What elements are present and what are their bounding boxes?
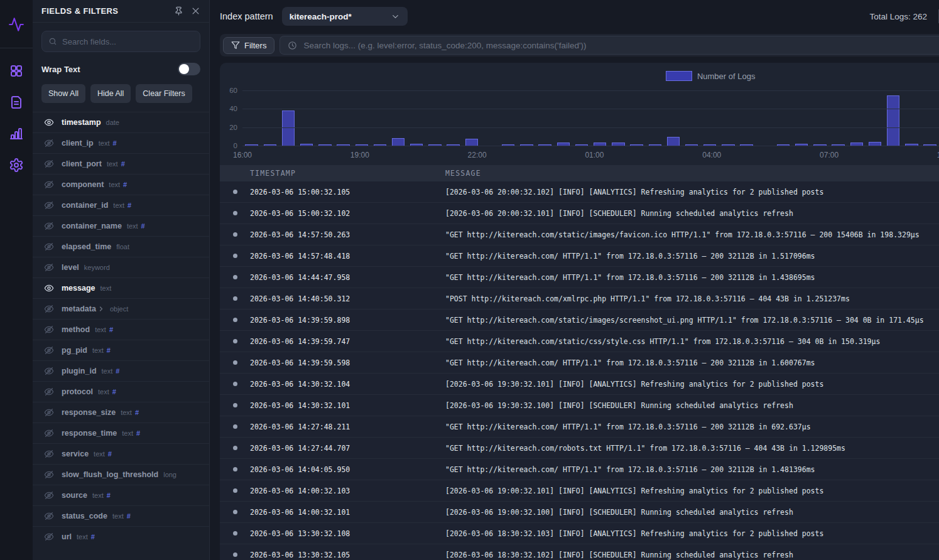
row-timestamp: 2026-03-06 14:39:59.898 bbox=[250, 316, 445, 325]
table-row[interactable]: 2026-03-06 14:44:47.958 "GET http://kite… bbox=[220, 267, 939, 288]
table-row[interactable]: 2026-03-06 13:30:32.105 [2026-03-06 18:3… bbox=[220, 544, 939, 560]
legend-item[interactable]: Number of Logs bbox=[666, 71, 756, 81]
field-hash-badge: # bbox=[109, 326, 113, 333]
eye-off-icon[interactable] bbox=[44, 449, 54, 459]
eye-off-icon[interactable] bbox=[44, 345, 54, 355]
field-name: slow_flush_log_threshold bbox=[62, 470, 158, 479]
table-row[interactable]: 2026-03-06 14:04:05.950 "GET http://kite… bbox=[220, 459, 939, 480]
timestamp-column-header: TIMESTAMP bbox=[250, 169, 445, 178]
table-row[interactable]: 2026-03-06 14:00:32.101 [2026-03-06 19:0… bbox=[220, 502, 939, 523]
eye-off-icon[interactable] bbox=[44, 490, 54, 500]
field-row[interactable]: metadata object # bbox=[33, 298, 209, 319]
eye-off-icon[interactable] bbox=[44, 221, 54, 231]
field-row[interactable]: plugin_id text # bbox=[33, 360, 209, 381]
wrap-text-toggle[interactable] bbox=[178, 63, 200, 75]
hide-all-button[interactable]: Hide All bbox=[90, 84, 131, 103]
table-row[interactable]: 2026-03-06 13:30:32.108 [2026-03-06 18:3… bbox=[220, 523, 939, 544]
field-row[interactable]: status_code text # bbox=[33, 505, 209, 526]
eye-off-icon[interactable] bbox=[44, 511, 54, 521]
filters-button[interactable]: Filters bbox=[223, 37, 274, 54]
chevron-right-icon[interactable] bbox=[97, 305, 105, 313]
field-row[interactable]: level keyword # bbox=[33, 257, 209, 277]
row-timestamp: 2026-03-06 14:57:48.418 bbox=[250, 252, 445, 261]
eye-off-icon[interactable] bbox=[44, 428, 54, 438]
table-row[interactable]: 2026-03-06 14:27:44.707 "GET http://kite… bbox=[220, 438, 939, 459]
field-row[interactable]: elapsed_time float # bbox=[33, 236, 209, 257]
eye-icon[interactable] bbox=[44, 283, 54, 293]
table-row[interactable]: 2026-03-06 14:39:59.747 "GET http://kite… bbox=[220, 331, 939, 352]
table-row[interactable]: 2026-03-06 15:00:32.105 [2026-03-06 20:0… bbox=[220, 181, 939, 203]
x-axis-tick: 04:00 bbox=[702, 151, 721, 159]
nav-dashboard-grid-icon[interactable] bbox=[9, 63, 24, 78]
field-name: status_code bbox=[62, 512, 107, 520]
field-row[interactable]: container_name text # bbox=[33, 215, 209, 236]
row-bullet-icon bbox=[233, 318, 237, 322]
eye-off-icon[interactable] bbox=[44, 325, 54, 335]
eye-off-icon[interactable] bbox=[44, 262, 54, 272]
field-row[interactable]: method text # bbox=[33, 319, 209, 340]
histogram-bar bbox=[667, 137, 680, 146]
nav-settings-gear-icon[interactable] bbox=[9, 158, 24, 173]
field-row[interactable]: response_size text # bbox=[33, 402, 209, 423]
field-row[interactable]: slow_flush_log_threshold long # bbox=[33, 464, 209, 485]
row-bullet-icon bbox=[233, 254, 237, 258]
eye-icon[interactable] bbox=[44, 117, 54, 127]
eye-off-icon[interactable] bbox=[44, 180, 54, 190]
row-message: "GET http://kitereach.com/static/images/… bbox=[445, 316, 939, 325]
row-timestamp: 2026-03-06 14:30:32.101 bbox=[250, 401, 445, 410]
eye-off-icon[interactable] bbox=[44, 387, 54, 397]
nav-logs-file-icon[interactable] bbox=[9, 95, 24, 110]
eye-off-icon[interactable] bbox=[44, 304, 54, 314]
row-timestamp: 2026-03-06 13:30:32.105 bbox=[250, 551, 445, 559]
field-row[interactable]: pg_pid text # bbox=[33, 340, 209, 360]
field-row[interactable]: url text # bbox=[33, 526, 209, 547]
logs-histogram[interactable]: Number of Logs 0204060 16:0019:0022:0001… bbox=[220, 63, 939, 165]
table-row[interactable]: 2026-03-06 14:39:59.898 "GET http://kite… bbox=[220, 310, 939, 331]
eye-off-icon[interactable] bbox=[44, 242, 54, 252]
eye-off-icon[interactable] bbox=[44, 407, 54, 417]
message-column-header: MESSAGE bbox=[445, 169, 939, 178]
row-message: [2026-03-06 19:00:32.100] [INFO] [SCHEDU… bbox=[445, 508, 939, 517]
plot-area[interactable] bbox=[242, 70, 939, 146]
table-row[interactable]: 2026-03-06 14:39:59.598 "GET http://kite… bbox=[220, 352, 939, 374]
field-row[interactable]: client_ip text # bbox=[33, 132, 209, 153]
index-pattern-select[interactable]: kitereach-prod* bbox=[282, 7, 408, 26]
table-row[interactable]: 2026-03-06 14:30:32.101 [2026-03-06 19:3… bbox=[220, 395, 939, 416]
table-row[interactable]: 2026-03-06 14:57:48.418 "GET http://kite… bbox=[220, 245, 939, 267]
filter-bar: Filters bbox=[220, 34, 939, 57]
eye-off-icon[interactable] bbox=[44, 200, 54, 210]
field-row[interactable]: service text # bbox=[33, 443, 209, 464]
histogram-bar bbox=[887, 95, 899, 146]
field-row[interactable]: client_port text # bbox=[33, 153, 209, 174]
field-name: component bbox=[62, 180, 104, 189]
field-row[interactable]: message text # bbox=[33, 277, 209, 298]
row-message: "GET http://kitereach.com/ HTTP/1.1" fro… bbox=[445, 273, 939, 282]
table-row[interactable]: 2026-03-06 14:57:50.263 "GET http://kite… bbox=[220, 224, 939, 245]
search-fields-input[interactable] bbox=[62, 37, 193, 46]
show-all-button[interactable]: Show All bbox=[41, 84, 85, 103]
field-row[interactable]: component text # bbox=[33, 174, 209, 195]
field-row[interactable]: timestamp date # bbox=[33, 112, 209, 132]
table-row[interactable]: 2026-03-06 14:40:50.312 "POST http://kit… bbox=[220, 288, 939, 310]
field-type-label: text bbox=[127, 222, 138, 230]
field-row[interactable]: source text # bbox=[33, 485, 209, 505]
eye-off-icon[interactable] bbox=[44, 138, 54, 148]
pin-icon[interactable] bbox=[174, 6, 183, 16]
close-icon[interactable] bbox=[191, 6, 200, 16]
eye-off-icon[interactable] bbox=[44, 470, 54, 480]
field-name: container_id bbox=[62, 201, 108, 210]
table-row[interactable]: 2026-03-06 14:00:32.103 [2026-03-06 19:0… bbox=[220, 480, 939, 502]
field-hash-badge: # bbox=[128, 202, 131, 209]
nav-analytics-bar-chart-icon[interactable] bbox=[9, 126, 24, 141]
eye-off-icon[interactable] bbox=[44, 532, 54, 542]
field-row[interactable]: response_time text # bbox=[33, 423, 209, 443]
search-logs-input[interactable] bbox=[303, 41, 931, 50]
table-row[interactable]: 2026-03-06 14:27:48.211 "GET http://kite… bbox=[220, 416, 939, 438]
eye-off-icon[interactable] bbox=[44, 366, 54, 376]
table-row[interactable]: 2026-03-06 15:00:32.102 [2026-03-06 20:0… bbox=[220, 203, 939, 224]
eye-off-icon[interactable] bbox=[44, 159, 54, 169]
table-row[interactable]: 2026-03-06 14:30:32.104 [2026-03-06 19:3… bbox=[220, 374, 939, 395]
clear-filters-button[interactable]: Clear Filters bbox=[136, 84, 192, 103]
field-row[interactable]: protocol text # bbox=[33, 381, 209, 402]
field-row[interactable]: container_id text # bbox=[33, 195, 209, 215]
